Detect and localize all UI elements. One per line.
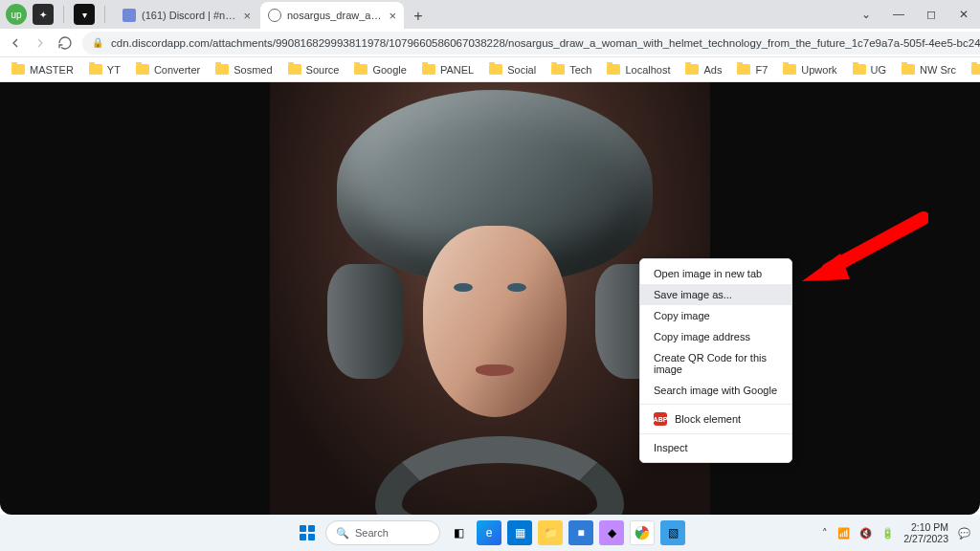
bookmark-label: MASTER — [30, 64, 74, 76]
close-window-button[interactable]: ✕ — [947, 0, 980, 29]
bookmark-folder[interactable]: UG — [847, 61, 893, 78]
tab-discord[interactable]: (161) Discord | #newbies-45 | M… × — [115, 2, 258, 29]
notifications-icon[interactable]: 💬 — [958, 527, 970, 540]
folder-icon — [354, 64, 368, 75]
cm-copy-image-address[interactable]: Copy image address — [640, 326, 791, 347]
search-label: Search — [355, 527, 389, 539]
taskview-icon[interactable]: ◧ — [446, 520, 471, 545]
bookmark-folder[interactable]: F7 — [731, 61, 773, 78]
cm-block-element[interactable]: ABP Block element — [640, 408, 791, 430]
browser-titlebar: up ✦ ▾ (161) Discord | #newbies-45 | M… … — [0, 0, 980, 29]
adblock-icon: ABP — [654, 412, 667, 426]
pinned-tab-icon-2[interactable]: ▾ — [74, 4, 95, 25]
bookmark-folder[interactable]: Ads — [679, 61, 727, 78]
bookmark-folder[interactable]: Converter — [130, 61, 206, 78]
folder-icon — [607, 64, 620, 75]
cm-copy-image[interactable]: Copy image — [640, 305, 791, 326]
address-bar[interactable]: 🔒 cdn.discordapp.com/attachments/9908168… — [82, 32, 980, 55]
bookmark-label: Ads — [703, 64, 722, 76]
tab-dropdown-icon[interactable]: ⌄ — [850, 0, 882, 29]
maximize-button[interactable]: ◻ — [915, 0, 947, 29]
taskbar-center: 🔍 Search ◧ e ▦ 📁 ■ ◆ ▧ — [295, 520, 685, 545]
window-controls: ⌄ — ◻ ✕ — [850, 0, 980, 29]
bookmark-folder[interactable]: Sosmed — [210, 61, 278, 78]
bookmark-label: Tech — [569, 64, 591, 76]
battery-icon[interactable]: 🔋 — [881, 527, 894, 540]
image-detail — [423, 226, 567, 417]
start-button[interactable] — [295, 520, 320, 545]
app-icon[interactable]: ▧ — [660, 520, 685, 545]
back-button[interactable] — [8, 33, 23, 53]
cm-save-image-as[interactable]: Save image as... — [640, 284, 791, 305]
wifi-icon[interactable]: 📶 — [837, 527, 850, 540]
bookmark-label: Social — [507, 64, 536, 76]
folder-icon — [551, 64, 565, 75]
bookmark-label: UG — [871, 64, 887, 76]
context-menu: Open image in new tab Save image as... C… — [639, 258, 792, 463]
globe-favicon-icon — [268, 9, 281, 22]
edge-icon[interactable]: e — [477, 520, 501, 545]
bookmark-folder[interactable]: Google — [348, 61, 412, 78]
taskbar: 🔍 Search ◧ e ▦ 📁 ■ ◆ ▧ ˄ 📶 🔇 🔋 2:10 PM 2… — [0, 515, 980, 551]
tab-title: (161) Discord | #newbies-45 | M… — [142, 10, 237, 21]
tab-divider — [104, 6, 105, 23]
folder-icon — [215, 64, 229, 75]
system-tray: ˄ 📶 🔇 🔋 2:10 PM 2/27/2023 💬 — [822, 521, 970, 544]
app-icon[interactable]: ▦ — [507, 520, 532, 545]
bookmark-folder[interactable]: Source — [282, 61, 345, 78]
folder-icon — [685, 64, 699, 75]
bookmark-label: Sosmed — [234, 64, 272, 76]
minimize-button[interactable]: — — [882, 0, 915, 29]
tray-time: 2:10 PM — [903, 521, 948, 533]
bookmark-folder[interactable]: YT — [83, 61, 126, 78]
content-viewport — [0, 82, 980, 515]
pinned-tab-icon[interactable]: ✦ — [33, 4, 54, 25]
new-tab-button[interactable]: + — [406, 4, 431, 29]
bookmark-label: F7 — [755, 64, 768, 76]
folder-icon — [11, 64, 25, 75]
bookmark-label: Localhost — [625, 64, 670, 76]
app-icon[interactable]: ■ — [568, 520, 593, 545]
bookmark-folder[interactable]: PANEL — [416, 61, 479, 78]
bookmark-folder[interactable]: MASTER — [6, 61, 79, 78]
bookmark-folder[interactable]: Upwork — [777, 61, 842, 78]
file-explorer-icon[interactable]: 📁 — [538, 520, 563, 545]
reload-button[interactable] — [57, 33, 73, 53]
pinned-tab-upwork-icon[interactable]: up — [6, 4, 27, 25]
context-menu-separator — [640, 433, 791, 434]
lock-icon: 🔒 — [92, 37, 103, 48]
tray-clock[interactable]: 2:10 PM 2/27/2023 — [903, 521, 948, 544]
folder-icon — [902, 64, 915, 75]
close-tab-icon[interactable]: × — [389, 9, 396, 23]
app-icon[interactable]: ◆ — [599, 520, 624, 545]
context-menu-separator — [640, 404, 791, 405]
bookmark-folder[interactable]: Social — [483, 61, 542, 78]
tab-title: nosargus_draw_a_woman_with_h… — [287, 10, 383, 21]
annotation-arrow-icon — [794, 210, 928, 297]
folder-icon — [136, 64, 149, 75]
image-detail — [327, 264, 404, 379]
close-tab-icon[interactable]: × — [243, 9, 251, 23]
cm-open-new-tab[interactable]: Open image in new tab — [640, 263, 791, 284]
tray-chevron-icon[interactable]: ˄ — [822, 527, 828, 539]
bookmark-label: Source — [306, 64, 340, 76]
bookmarks-bar: MASTER YT Converter Sosmed Source Google… — [0, 57, 980, 82]
bookmark-folder[interactable]: Land — [966, 61, 980, 78]
discord-favicon-icon — [122, 9, 136, 22]
bookmark-folder[interactable]: Localhost — [601, 61, 676, 78]
folder-icon — [737, 64, 750, 75]
url-toolbar: 🔒 cdn.discordapp.com/attachments/9908168… — [0, 29, 980, 57]
bookmark-folder[interactable]: Tech — [546, 61, 597, 78]
cm-inspect[interactable]: Inspect — [640, 437, 791, 458]
bookmark-label: Converter — [154, 64, 200, 76]
chrome-icon[interactable] — [630, 520, 655, 545]
forward-button[interactable] — [33, 33, 48, 53]
volume-icon[interactable]: 🔇 — [859, 527, 872, 540]
taskbar-search[interactable]: 🔍 Search — [325, 520, 440, 545]
bookmark-folder[interactable]: NW Src — [896, 61, 962, 78]
bookmark-label: Upwork — [801, 64, 836, 76]
cm-search-google[interactable]: Search image with Google — [640, 380, 791, 401]
folder-icon — [971, 64, 980, 75]
tab-image[interactable]: nosargus_draw_a_woman_with_h… × — [260, 2, 404, 29]
cm-create-qr[interactable]: Create QR Code for this image — [640, 347, 791, 380]
